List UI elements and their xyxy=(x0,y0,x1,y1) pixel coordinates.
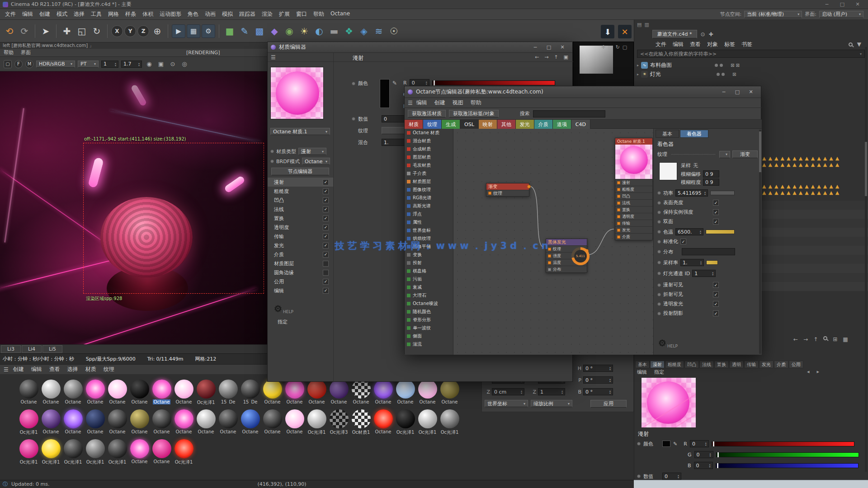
intensity-dial[interactable]: 5.411 xyxy=(571,247,590,265)
keyframe-triangle-icon[interactable]: ▲ xyxy=(799,191,802,195)
mb-menu-item-纹理[interactable]: 纹理 xyxy=(100,366,118,373)
object-tag-icon[interactable]: ⊠ xyxy=(732,72,736,77)
keyframe-triangle-icon[interactable]: ▲ xyxy=(780,156,784,161)
channel-checkbox[interactable] xyxy=(323,261,329,267)
material-mode-button[interactable]: M xyxy=(25,60,33,68)
object-tag-icon[interactable]: ⊠ ⊠ xyxy=(731,63,740,68)
material-channel-漫射[interactable]: 漫射 xyxy=(268,178,333,187)
region-icon[interactable]: ▢ xyxy=(4,60,12,68)
z-axis-lock-icon[interactable]: Z xyxy=(137,25,149,37)
anim-dot-icon[interactable] xyxy=(637,442,641,446)
material-tile-Oc光泽1[interactable]: Oc光泽1 xyxy=(18,439,39,465)
input-pin[interactable] xyxy=(548,268,551,271)
material-tile-Oc光泽1[interactable]: Oc光泽1 xyxy=(395,409,416,436)
attr-prev-icon[interactable]: ◂ xyxy=(807,369,810,375)
menu-item-选择[interactable]: 选择 xyxy=(71,10,88,18)
material-tile-Octane[interactable]: Octane xyxy=(151,439,172,465)
keyframe-triangle-icon[interactable]: ▲ xyxy=(835,191,839,195)
channel-checkbox[interactable] xyxy=(323,252,329,258)
anim-dot-icon[interactable] xyxy=(352,82,355,85)
ne-menu-item-视图[interactable]: 视图 xyxy=(449,99,467,107)
stepper-icon[interactable] xyxy=(137,62,140,66)
rotate-tool-icon[interactable]: ↻ xyxy=(90,23,104,39)
menu-item-体积[interactable]: 体积 xyxy=(139,10,156,18)
keyframe-triangle-icon[interactable]: ▲ xyxy=(817,163,821,167)
gradient-shader-button[interactable]: 渐变 xyxy=(732,150,758,158)
inspector-scrollbar[interactable] xyxy=(759,130,761,354)
anim-dot-icon[interactable] xyxy=(657,261,661,264)
keyframe-triangle-icon[interactable]: ▲ xyxy=(823,156,827,161)
nav-back-icon[interactable]: ← xyxy=(535,54,539,60)
node-search-input[interactable] xyxy=(533,110,605,117)
menu-item-Octane[interactable]: Octane xyxy=(327,10,353,18)
get-active-tag-button[interactable]: 获取激活标签/对象 xyxy=(449,110,499,117)
viewport-layer-tab-Li5[interactable]: Li5 xyxy=(42,345,62,353)
material-tile-Octane[interactable]: Octane xyxy=(173,380,194,406)
node-type-随机颜色[interactable]: 随机颜色 xyxy=(405,308,453,316)
node-type-变换[interactable]: 变换 xyxy=(405,251,453,259)
inspector-tab-shader[interactable]: 着色器 xyxy=(680,130,708,138)
input-pin[interactable] xyxy=(617,235,620,239)
object-row-cloth-surface[interactable]: ▸ ∿ 布料曲面 ⊠ ⊠ xyxy=(637,61,865,70)
viewport-layer-tab-Li4[interactable]: Li4 xyxy=(22,345,42,353)
x-axis-lock-icon[interactable]: X xyxy=(111,25,123,37)
open-node-editor-button[interactable]: 节点编辑器 xyxy=(271,168,329,175)
input-pin[interactable] xyxy=(548,254,551,258)
attr-tab-漫射[interactable]: 漫射 xyxy=(650,361,665,368)
simulation-icon[interactable]: ≋ xyxy=(372,23,386,39)
material-sphere[interactable] xyxy=(42,409,61,428)
om-menu-item-编辑[interactable]: 编辑 xyxy=(670,41,687,48)
anim-dot-icon[interactable] xyxy=(657,312,661,315)
viewport-layer-tab-Li3[interactable]: Li3 xyxy=(1,345,21,353)
ne-menu-item-帮助[interactable]: 帮助 xyxy=(467,99,485,107)
material-sphere[interactable] xyxy=(418,409,437,428)
minimize-button[interactable]: ─ xyxy=(528,44,542,50)
keyframe-triangle-icon[interactable]: ▲ xyxy=(823,163,827,167)
material-sphere[interactable] xyxy=(130,380,149,399)
keyframe-triangle-icon[interactable]: ▲ xyxy=(768,191,772,195)
normalize-checkbox[interactable] xyxy=(680,239,686,244)
keyframe-triangle-icon[interactable]: ▲ xyxy=(780,184,784,189)
render-region-icon[interactable]: ▦ xyxy=(187,24,200,38)
keyframe-triangle-icon[interactable]: ▲ xyxy=(823,184,827,189)
coord-rot-B-field[interactable]: 0 ° xyxy=(583,388,613,395)
menu-item-样条[interactable]: 样条 xyxy=(122,10,139,18)
coord-rot-P-field[interactable]: 0 ° xyxy=(583,376,613,384)
exposure-field[interactable]: 1.7 xyxy=(121,61,142,68)
material-tile-Oc材质1[interactable]: Oc材质1 xyxy=(350,409,372,436)
sampling-slider[interactable] xyxy=(706,260,718,265)
material-sphere[interactable] xyxy=(86,409,105,428)
input-pin[interactable] xyxy=(617,181,620,184)
material-tile-Octane[interactable]: Octane xyxy=(62,409,84,436)
node-type-投射[interactable]: 投射 xyxy=(405,259,453,267)
menu-item-窗口[interactable]: 窗口 xyxy=(293,10,310,18)
material-tile-Oc光泽1[interactable]: Oc光泽1 xyxy=(439,409,460,436)
stepper-icon[interactable] xyxy=(698,230,701,234)
om-menu-item-标签[interactable]: 标签 xyxy=(721,41,738,48)
sky-icon[interactable]: ◐ xyxy=(312,23,326,39)
input-pin[interactable] xyxy=(617,208,620,211)
channel-checkbox[interactable] xyxy=(323,216,329,221)
live-selection-icon[interactable]: ➤ xyxy=(39,23,52,39)
material-sphere[interactable] xyxy=(197,380,216,399)
channel-checkbox[interactable] xyxy=(323,225,329,230)
material-tile-Octane[interactable]: Octane xyxy=(284,409,305,436)
material-sphere[interactable] xyxy=(219,409,238,428)
blackbody-emission-node[interactable]: 黑体发光 纹理强度温度分布 5.411 xyxy=(546,239,587,273)
inspector-tab-basic[interactable]: 基本 xyxy=(656,130,679,138)
ne-menu-item-编辑[interactable]: 编辑 xyxy=(413,99,431,107)
node-type-毛发材质[interactable]: 毛发材质 xyxy=(405,161,453,169)
menu-item-模式[interactable]: 模式 xyxy=(53,10,71,18)
keyframe-triangle-icon[interactable]: ▲ xyxy=(799,156,802,161)
keyframe-triangle-icon[interactable]: ▲ xyxy=(829,163,833,167)
tab-add-icon[interactable]: ✚ xyxy=(709,31,713,38)
material-sphere[interactable] xyxy=(86,439,105,458)
material-pin-漫射[interactable]: 漫射 xyxy=(615,179,652,186)
input-pin[interactable] xyxy=(488,192,491,195)
material-sphere[interactable] xyxy=(418,380,437,399)
om-menu-item-文件[interactable]: 文件 xyxy=(652,41,670,48)
om-menu-item-书签[interactable]: 书签 xyxy=(738,41,755,48)
coord-rot-H-field[interactable]: 0 ° xyxy=(583,365,613,372)
frame-icon[interactable]: ▢ xyxy=(623,44,627,50)
keyframe-triangle-icon[interactable]: ▲ xyxy=(835,156,839,161)
